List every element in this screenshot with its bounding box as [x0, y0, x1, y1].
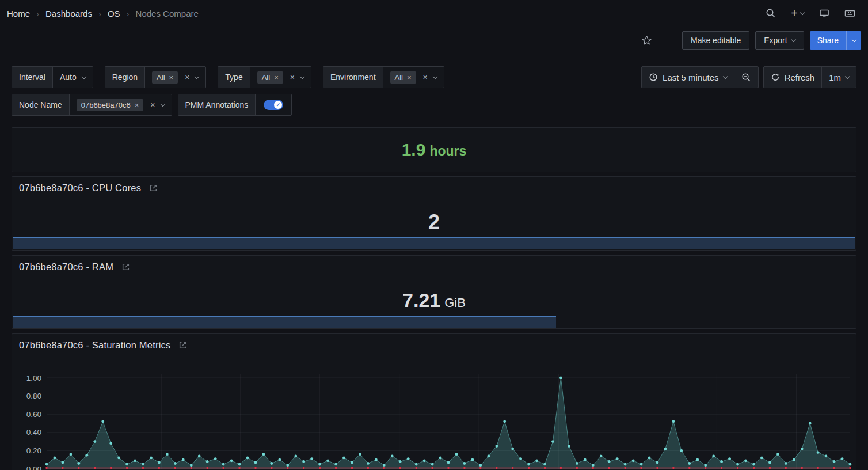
type-chip-label: All [262, 73, 270, 82]
chevron-down-icon [81, 74, 86, 78]
breadcrumb-separator: › [127, 9, 130, 18]
interval-filter: Interval Auto [12, 66, 93, 88]
breadcrumb-separator: › [36, 9, 39, 18]
external-link-icon[interactable] [149, 184, 158, 192]
make-editable-button[interactable]: Make editable [682, 31, 749, 50]
svg-text:1.00: 1.00 [26, 374, 41, 382]
toolbar-divider [668, 33, 668, 48]
external-link-icon[interactable] [178, 341, 187, 350]
top-nav-actions: + [766, 8, 855, 18]
pmm-annotations-toggle[interactable]: ✓ [264, 100, 283, 110]
panel-title[interactable]: 07b6be8a70c6 - CPU Cores [19, 183, 141, 194]
remove-icon[interactable]: × [407, 74, 412, 81]
region-chip[interactable]: All × [152, 71, 178, 84]
node-name-chip-label: 07b6be8a70c6 [81, 101, 131, 109]
chevron-down-icon [722, 74, 727, 78]
share-button[interactable]: Share [810, 31, 846, 50]
environment-filter: Environment All × × [323, 66, 444, 88]
interval-select[interactable]: Auto [53, 67, 93, 88]
chevron-down-icon [160, 101, 165, 106]
remove-icon[interactable]: × [169, 74, 174, 81]
breadcrumb-separator: › [98, 9, 101, 18]
refresh-button[interactable]: Refresh [764, 67, 822, 88]
panel-header: 07b6be8a70c6 - Saturation Metrics [12, 334, 856, 351]
environment-chip[interactable]: All × [390, 71, 416, 84]
refresh-interval-picker[interactable]: 1m [821, 67, 856, 88]
chevron-down-icon [433, 74, 437, 78]
region-select[interactable]: All × × [145, 67, 205, 88]
type-label: Type [218, 67, 250, 88]
chevron-down-icon [800, 10, 805, 14]
kiosk-mode-button[interactable] [819, 8, 829, 18]
ram-sparkline [13, 316, 855, 328]
time-range-picker[interactable]: Last 5 minutes [642, 67, 734, 88]
external-link-icon[interactable] [121, 263, 130, 271]
environment-label: Environment [323, 67, 383, 88]
favorite-button[interactable] [641, 35, 653, 47]
keyboard-shortcuts-button[interactable] [844, 8, 855, 18]
type-select[interactable]: All × × [250, 67, 311, 88]
saturation-chart[interactable]: 0.000.200.400.600.801.00 [18, 370, 854, 470]
monitor-icon [819, 8, 829, 18]
check-icon: ✓ [274, 101, 282, 109]
uptime-value: 1.9 [402, 140, 426, 160]
pmm-annotations-filter: PMM Annotations ✓ [178, 94, 292, 116]
clear-icon[interactable]: × [150, 100, 155, 109]
svg-text:0.80: 0.80 [26, 392, 41, 400]
node-name-select[interactable]: 07b6be8a70c6 × × [70, 94, 172, 115]
clear-icon[interactable]: × [185, 73, 189, 82]
uptime-value-group: 1.9 hours [402, 140, 467, 160]
filter-row-2: Node Name 07b6be8a70c6 × × PMM Annotatio… [12, 94, 856, 116]
search-button[interactable] [766, 8, 776, 18]
plus-icon: + [791, 9, 798, 17]
share-menu-button[interactable] [846, 31, 861, 50]
cpu-cores-value: 2 [12, 210, 856, 234]
node-name-label: Node Name [12, 94, 70, 115]
export-button[interactable]: Export [755, 31, 804, 50]
panel-title[interactable]: 07b6be8a70c6 - RAM [19, 261, 113, 272]
panel-header: 07b6be8a70c6 - CPU Cores [12, 177, 856, 194]
clear-icon[interactable]: × [290, 73, 295, 82]
svg-text:0.00: 0.00 [26, 465, 41, 470]
chevron-down-icon [845, 74, 850, 78]
filter-row-1: Interval Auto Region All × × T [12, 66, 856, 88]
svg-text:0.60: 0.60 [26, 410, 41, 419]
type-chip[interactable]: All × [257, 71, 283, 84]
svg-text:0.40: 0.40 [26, 428, 41, 437]
time-controls: Last 5 minutes [641, 66, 856, 88]
zoom-out-button[interactable] [734, 67, 758, 88]
saturation-panel: 07b6be8a70c6 - Saturation Metrics 0.000.… [12, 333, 856, 470]
uptime-panel: 1.9 hours [12, 127, 856, 172]
node-name-filter: Node Name 07b6be8a70c6 × × [12, 94, 172, 116]
breadcrumb-home[interactable]: Home [7, 9, 30, 18]
add-button[interactable]: + [791, 9, 804, 17]
chevron-down-icon [851, 37, 856, 41]
search-icon [766, 8, 776, 18]
region-filter: Region All × × [105, 66, 207, 88]
panel-header: 07b6be8a70c6 - RAM [12, 256, 856, 272]
cpu-sparkline [13, 237, 855, 249]
interval-value: Auto [60, 73, 77, 82]
region-label: Region [105, 67, 145, 88]
breadcrumb-dashboards[interactable]: Dashboards [45, 9, 92, 18]
ram-value-group: 7.21 GiB [12, 289, 856, 312]
ram-value: 7.21 [402, 289, 440, 312]
cpu-cores-panel: 07b6be8a70c6 - CPU Cores 2 [12, 176, 856, 251]
pmm-annotations-control: ✓ [256, 94, 291, 115]
remove-icon[interactable]: × [135, 101, 139, 109]
region-chip-label: All [157, 73, 165, 82]
clear-icon[interactable]: × [423, 73, 428, 82]
pmm-annotations-label: PMM Annotations [178, 94, 256, 115]
environment-select[interactable]: All × × [383, 67, 444, 88]
breadcrumb-os[interactable]: OS [108, 9, 120, 18]
breadcrumb: Home › Dashboards › OS › Nodes Compare [7, 9, 199, 18]
remove-icon[interactable]: × [274, 74, 279, 81]
dashboard-toolbar: Make editable Export Share [0, 26, 868, 54]
grafana-dashboard: Home › Dashboards › OS › Nodes Compare + [0, 0, 868, 470]
keyboard-icon [844, 8, 855, 18]
refresh-label: Refresh [785, 73, 815, 82]
panel-title[interactable]: 07b6be8a70c6 - Saturation Metrics [19, 340, 170, 351]
type-filter: Type All × × [218, 66, 311, 88]
node-name-chip[interactable]: 07b6be8a70c6 × [77, 99, 144, 111]
chevron-down-icon [195, 74, 199, 78]
